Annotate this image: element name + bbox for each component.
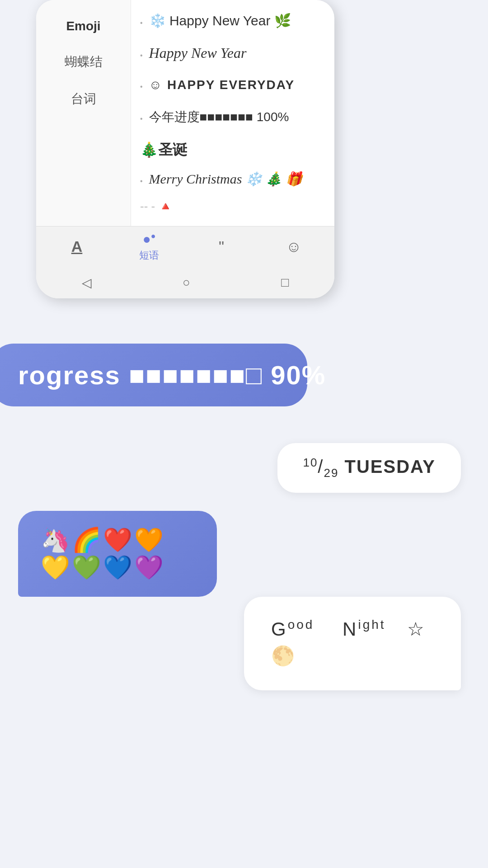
sidebar-item-lines[interactable]: 台词 bbox=[36, 80, 131, 118]
phrase-label: 短语 bbox=[139, 249, 159, 262]
back-btn[interactable]: ◁ bbox=[82, 275, 92, 290]
item-text-christmas: Merry Christmas ❄️ 🎄 🎁 bbox=[149, 171, 302, 187]
emoji-bubble: 🦄🌈❤️🧡💛💚💙💜 bbox=[18, 511, 217, 597]
item-text-bold: ☺ HAPPY EVERYDAY bbox=[149, 78, 295, 92]
goodnight-text: Good Night ☆🌕 bbox=[271, 616, 434, 670]
sidebar: Emoji 蝴蝶结 台词 bbox=[36, 0, 131, 226]
nav-bar: ◁ ○ □ bbox=[36, 267, 334, 298]
list-item: • 今年进度■■■■■■■ 100% bbox=[140, 100, 325, 134]
toolbar-emoji-btn[interactable]: ☺ bbox=[276, 238, 312, 255]
quote-icon: " bbox=[219, 238, 224, 255]
main-list: • ❄️ Happy New Year 🌿 • Happy New Year •… bbox=[131, 0, 334, 226]
text-icon: A bbox=[71, 238, 83, 255]
toolbar-phrase-btn[interactable]: ●● 短语 bbox=[131, 231, 167, 262]
bottom-toolbar: A ●● 短语 " ☺ bbox=[36, 226, 334, 267]
toolbar-text-btn[interactable]: A bbox=[59, 238, 95, 255]
progress-bubble: rogress ■■■■■■■□ 90% bbox=[0, 344, 307, 406]
bullet: • bbox=[140, 115, 143, 123]
sidebar-item-bowtie[interactable]: 蝴蝶结 bbox=[36, 43, 131, 80]
list-item: • ❄️ Happy New Year 🌿 bbox=[140, 5, 325, 37]
bullet: • bbox=[140, 83, 143, 91]
goodnight-n: Night bbox=[343, 618, 386, 640]
toolbar-quote-btn[interactable]: " bbox=[203, 238, 239, 255]
bullet: • bbox=[140, 19, 143, 27]
item-text-progress: 今年进度■■■■■■■ 100% bbox=[149, 108, 289, 126]
section-header: 🎄圣诞 bbox=[140, 134, 325, 163]
list-item: • ☺ HAPPY EVERYDAY bbox=[140, 70, 325, 100]
date-bubble: 10/29 TUESDAY bbox=[277, 443, 461, 493]
phone-mockup: Emoji 蝴蝶结 台词 • ❄️ Happy New Year 🌿 • bbox=[36, 0, 334, 298]
goodnight-g: Good bbox=[271, 618, 314, 640]
sidebar-item-emoji[interactable]: Emoji bbox=[36, 9, 131, 43]
recent-btn[interactable]: □ bbox=[281, 275, 289, 290]
bullet: • bbox=[140, 177, 143, 185]
list-item: • Merry Christmas ❄️ 🎄 🎁 bbox=[140, 163, 325, 195]
emoji-content: 🦄🌈❤️🧡💛💚💙💜 bbox=[41, 527, 165, 580]
list-item-faded: -- - 🔺 bbox=[140, 195, 325, 218]
home-btn[interactable]: ○ bbox=[183, 275, 190, 290]
progress-text: rogress ■■■■■■■□ 90% bbox=[18, 360, 326, 390]
list-item: • Happy New Year bbox=[140, 37, 325, 70]
item-text: ❄️ Happy New Year 🌿 bbox=[149, 13, 291, 28]
bullet: • bbox=[140, 52, 143, 60]
goodnight-bubble: Good Night ☆🌕 bbox=[244, 597, 461, 690]
date-text: 10/29 TUESDAY bbox=[303, 457, 436, 476]
item-text-cursive: Happy New Year bbox=[149, 45, 247, 61]
emoji-icon: ☺ bbox=[286, 238, 302, 255]
phrase-icon: ●● bbox=[143, 231, 156, 247]
